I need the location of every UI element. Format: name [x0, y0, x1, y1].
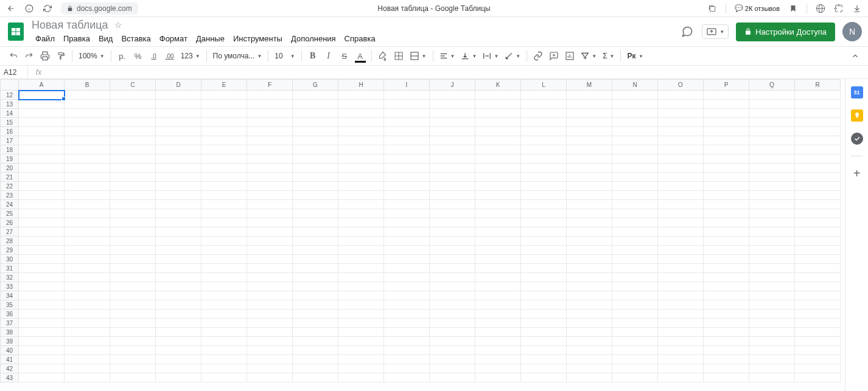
row-header[interactable]: 21 — [1, 173, 19, 182]
row-header[interactable]: 35 — [1, 300, 19, 310]
cell[interactable] — [156, 282, 201, 291]
reviews-badge[interactable]: 💬 2К отзывов — [735, 4, 780, 12]
cell[interactable] — [749, 182, 795, 191]
cell[interactable] — [749, 282, 795, 291]
cell[interactable] — [65, 209, 110, 218]
cell[interactable] — [384, 319, 430, 328]
cell[interactable] — [201, 100, 247, 109]
cell[interactable] — [293, 136, 338, 145]
more-formats-dropdown[interactable]: 123▼ — [178, 49, 203, 63]
cell[interactable] — [110, 100, 156, 109]
cell[interactable] — [156, 191, 201, 200]
cell[interactable] — [612, 246, 658, 255]
cell[interactable] — [795, 145, 841, 154]
cell[interactable] — [65, 273, 110, 282]
cell[interactable] — [795, 328, 841, 337]
cell[interactable] — [475, 154, 521, 164]
cell[interactable] — [384, 200, 430, 209]
cell[interactable] — [110, 355, 156, 364]
cell[interactable] — [293, 109, 338, 118]
cell[interactable] — [475, 227, 521, 237]
cell[interactable] — [521, 310, 567, 319]
cell[interactable] — [704, 182, 749, 191]
cell[interactable] — [65, 328, 110, 337]
cell[interactable] — [110, 227, 156, 237]
row-header[interactable]: 29 — [1, 246, 19, 255]
cell[interactable] — [110, 173, 156, 182]
spreadsheet-grid[interactable]: ABCDEFGHIJKLMNOPQR1213141516171819202122… — [0, 79, 845, 391]
cell[interactable] — [156, 127, 201, 136]
doc-title[interactable]: Новая таблица — [32, 19, 108, 32]
cell[interactable] — [567, 136, 612, 145]
cell[interactable] — [19, 164, 65, 173]
cell[interactable] — [201, 346, 247, 355]
cell[interactable] — [475, 364, 521, 373]
cell[interactable] — [795, 100, 841, 109]
cell[interactable] — [612, 337, 658, 346]
url-bar[interactable]: docs.google.com — [61, 2, 138, 15]
cell[interactable] — [110, 191, 156, 200]
row-header[interactable]: 17 — [1, 136, 19, 145]
cell[interactable] — [201, 145, 247, 154]
cell[interactable] — [247, 100, 293, 109]
cell[interactable] — [795, 237, 841, 246]
cell[interactable] — [521, 218, 567, 227]
cell[interactable] — [156, 209, 201, 218]
cell[interactable] — [475, 237, 521, 246]
cell[interactable] — [65, 164, 110, 173]
cell[interactable] — [19, 191, 65, 200]
cell[interactable] — [704, 364, 749, 373]
column-header[interactable]: A — [19, 80, 65, 91]
cell[interactable] — [430, 109, 475, 118]
cell[interactable] — [749, 173, 795, 182]
cell[interactable] — [704, 127, 749, 136]
zoom-dropdown[interactable]: 100%▼ — [76, 49, 107, 63]
cell[interactable] — [658, 100, 704, 109]
cell[interactable] — [612, 346, 658, 355]
cell[interactable] — [156, 328, 201, 337]
cell[interactable] — [749, 227, 795, 237]
cell[interactable] — [658, 264, 704, 273]
calendar-icon[interactable]: 31 — [851, 86, 863, 99]
cell[interactable] — [110, 319, 156, 328]
cell[interactable] — [521, 127, 567, 136]
cell[interactable] — [430, 91, 475, 100]
cell[interactable] — [247, 264, 293, 273]
column-header[interactable]: H — [338, 80, 384, 91]
cell[interactable] — [475, 173, 521, 182]
cell[interactable] — [749, 300, 795, 310]
row-header[interactable]: 20 — [1, 164, 19, 173]
fill-color-button[interactable] — [376, 49, 390, 63]
menu-item[interactable]: Формат — [156, 33, 191, 44]
cell[interactable] — [19, 364, 65, 373]
cell[interactable] — [338, 337, 384, 346]
cell[interactable] — [384, 273, 430, 282]
cell[interactable] — [475, 319, 521, 328]
cell[interactable] — [704, 319, 749, 328]
cell[interactable] — [749, 273, 795, 282]
cell[interactable] — [430, 118, 475, 127]
cell[interactable] — [384, 337, 430, 346]
cell[interactable] — [156, 291, 201, 300]
cell[interactable] — [384, 182, 430, 191]
cell[interactable] — [521, 237, 567, 246]
cell[interactable] — [475, 127, 521, 136]
cell[interactable] — [110, 310, 156, 319]
select-all-corner[interactable] — [1, 80, 19, 91]
menu-item[interactable]: Правка — [60, 33, 94, 44]
cell[interactable] — [704, 337, 749, 346]
cell[interactable] — [384, 100, 430, 109]
row-header[interactable]: 31 — [1, 264, 19, 273]
cell[interactable] — [612, 164, 658, 173]
column-header[interactable]: J — [430, 80, 475, 91]
cell[interactable] — [156, 346, 201, 355]
redo-button[interactable] — [22, 49, 37, 63]
cell[interactable] — [65, 373, 110, 382]
cell[interactable] — [338, 182, 384, 191]
cell[interactable] — [521, 109, 567, 118]
cell[interactable] — [338, 364, 384, 373]
cell[interactable] — [156, 310, 201, 319]
cell[interactable] — [19, 218, 65, 227]
cell[interactable] — [475, 264, 521, 273]
cell[interactable] — [704, 282, 749, 291]
